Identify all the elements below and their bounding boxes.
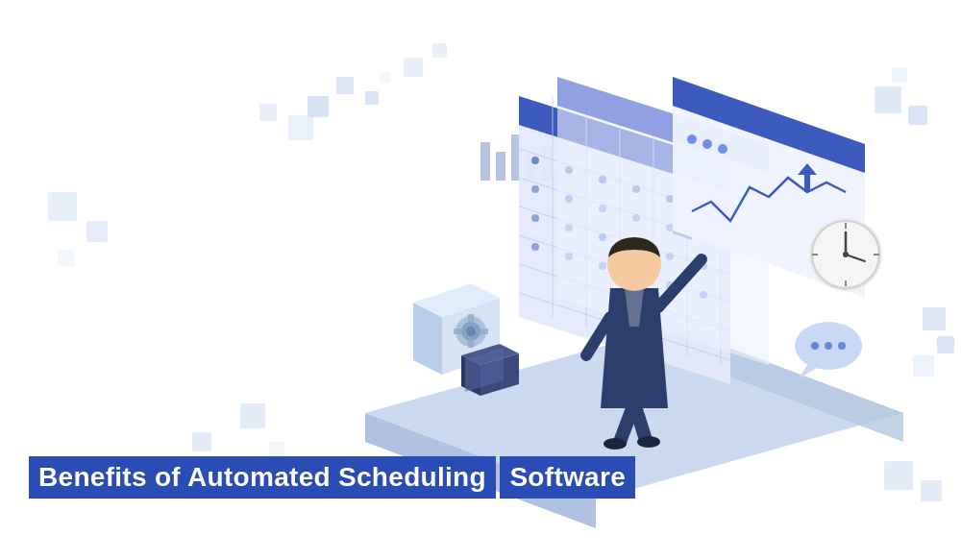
svg-point-56	[687, 134, 697, 144]
svg-rect-112	[58, 250, 75, 267]
svg-rect-85	[480, 329, 488, 334]
title-line2: Software	[500, 456, 635, 499]
svg-rect-113	[404, 58, 423, 77]
svg-rect-4	[259, 104, 277, 121]
svg-rect-100	[908, 106, 927, 125]
svg-rect-115	[380, 72, 391, 84]
svg-rect-109	[269, 442, 284, 457]
svg-rect-99	[875, 86, 901, 113]
svg-rect-104	[913, 355, 934, 377]
svg-point-75	[838, 342, 846, 350]
svg-rect-106	[921, 480, 942, 501]
svg-rect-107	[240, 403, 265, 428]
svg-rect-105	[884, 461, 913, 490]
svg-rect-1	[336, 77, 354, 94]
svg-rect-3	[288, 115, 313, 140]
svg-marker-72	[798, 365, 822, 379]
svg-rect-5	[480, 142, 490, 181]
svg-point-81	[466, 327, 476, 336]
svg-point-57	[702, 139, 712, 149]
main-container: Benefits of Automated Scheduling Softwar…	[0, 0, 961, 560]
svg-point-66	[843, 252, 849, 257]
svg-rect-110	[48, 192, 77, 221]
svg-point-28	[531, 157, 539, 164]
svg-point-58	[718, 144, 727, 154]
svg-rect-83	[468, 340, 474, 348]
svg-rect-61	[804, 175, 810, 192]
title-line1: Benefits of Automated Scheduling	[29, 456, 496, 499]
svg-rect-102	[923, 307, 946, 330]
svg-point-40	[531, 214, 539, 222]
svg-point-93	[637, 436, 660, 448]
svg-rect-108	[192, 432, 211, 451]
title-block: Benefits of Automated Scheduling Softwar…	[29, 456, 635, 502]
svg-rect-114	[432, 43, 447, 58]
svg-rect-0	[308, 96, 329, 117]
svg-point-73	[811, 342, 819, 350]
svg-rect-111	[86, 221, 108, 242]
svg-rect-103	[937, 336, 954, 353]
svg-rect-6	[496, 152, 505, 181]
svg-point-46	[531, 243, 539, 251]
svg-rect-2	[365, 91, 379, 105]
svg-point-92	[604, 438, 627, 450]
svg-rect-82	[468, 314, 474, 322]
svg-rect-101	[892, 67, 907, 83]
svg-point-74	[825, 342, 832, 350]
svg-point-34	[531, 185, 539, 193]
svg-rect-84	[454, 329, 461, 334]
